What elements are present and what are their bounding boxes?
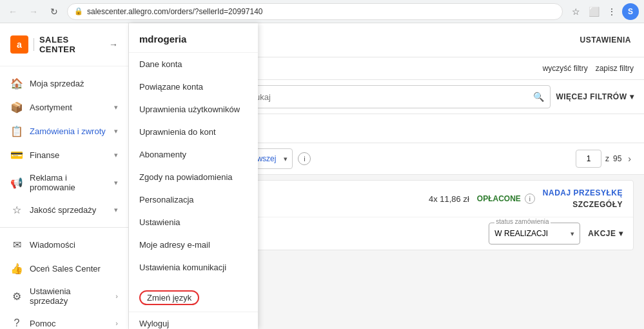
pagination: 1 z 95 › (576, 150, 634, 168)
order-status-select-wrapper: status zamówienia W REALIZACJI (489, 223, 580, 244)
sidebar-label-pomoc: Pomoc (30, 319, 109, 328)
dropdown-item-zgody[interactable]: Zgody na powiadomienia (129, 166, 258, 188)
dropdown-item-uprawnienia-do-kont[interactable]: Uprawnienia do kont (129, 121, 258, 143)
dropdown-item-ustawienia-komunikacji[interactable]: Ustawienia komunikacji (129, 256, 258, 279)
settings-button[interactable]: USTAWIENIA (580, 35, 631, 45)
order-status-select[interactable]: W REALIZACJI (489, 224, 580, 243)
sidebar-label-jakosc: Jakość sprzedaży (30, 205, 108, 215)
dropdown-item-powiazane-konta[interactable]: Powiązane konta (129, 75, 258, 98)
user-dropdown: mdrogeria Dane konta Powiązane konta Upr… (129, 23, 258, 329)
app-container: a SALES CENTER → 🏠 Moja sprzedaż 📦 Asort… (0, 23, 644, 329)
chevron-down-icon-5: ▾ (114, 206, 118, 214)
dropdown-item-dane-konta[interactable]: Dane konta (129, 53, 258, 75)
sidebar-bottom: ✉ Wiadomości 👍 Oceń Sales Center ⚙ Ustaw… (0, 227, 128, 329)
save-filters-link[interactable]: zapisz filtry (596, 64, 634, 73)
sidebar-label-ustawienia-sprzedazy: Ustawienia sprzedaży (30, 286, 109, 306)
ship-button[interactable]: NADAJ PRZESYŁKĘ (543, 188, 623, 197)
sidebar-item-asortyment[interactable]: 📦 Asortyment ▾ (0, 95, 128, 119)
sidebar-expand-icon[interactable]: → (109, 39, 118, 50)
message-icon: ✉ (10, 239, 23, 251)
dropdown-item-personalizacja[interactable]: Personalizacja (129, 188, 258, 211)
lock-icon: 🔒 (74, 7, 83, 15)
browser-actions: ☆ ⬜ ⋮ S (568, 3, 639, 20)
sidebar-item-ocen[interactable]: 👍 Oceń Sales Center (0, 257, 128, 281)
product-qty: 4x 11,86 zł (429, 194, 469, 204)
logout-item[interactable]: Wyloguj (129, 312, 258, 329)
sidebar-item-finanse[interactable]: 💳 Finanse ▾ (0, 143, 128, 167)
dropdown-item-abonamenty[interactable]: Abonamenty (129, 143, 258, 166)
sidebar-title: SALES CENTER (39, 35, 104, 54)
search-input[interactable] (240, 85, 551, 108)
status-field-label: status zamówienia (494, 218, 550, 225)
forward-button[interactable]: → (26, 4, 41, 19)
details-button[interactable]: SZCZEGÓŁY (572, 200, 623, 209)
chevron-down-icon: ▾ (114, 103, 118, 112)
sidebar-item-moja-sprzedaz[interactable]: 🏠 Moja sprzedaż (0, 72, 128, 95)
bookmark-button[interactable]: ☆ (568, 4, 583, 19)
refresh-button[interactable]: ↻ (46, 4, 62, 19)
sort-info-icon[interactable]: i (298, 152, 311, 165)
change-lang-item[interactable]: Zmień język (129, 284, 258, 312)
dropdown-item-uprawnienia-uzytkownikow[interactable]: Uprawnienia użytkowników (129, 98, 258, 121)
order-actions: NADAJ PRZESYŁKĘ SZCZEGÓŁY (543, 188, 623, 209)
page-total: 95 (613, 154, 621, 163)
chevron-down-filters-icon: ▾ (630, 92, 634, 101)
actions-label: AKCJE (588, 229, 616, 238)
chevron-down-actions-icon: ▾ (619, 229, 623, 238)
page-separator: z (605, 154, 609, 163)
package-icon: 📦 (10, 101, 23, 114)
thumbs-up-icon: 👍 (10, 263, 23, 275)
sidebar-label-asortyment: Asortyment (30, 103, 108, 112)
menu-button[interactable]: ⋮ (604, 4, 620, 19)
more-filters-label: WIĘCEJ FILTRÓW (556, 92, 627, 101)
url-bar[interactable]: 🔒 salescenter.allegro.com/orders/?seller… (67, 3, 563, 20)
allegro-logo-letter: a (17, 39, 22, 50)
star-icon: ☆ (10, 204, 23, 216)
page-input[interactable]: 1 (576, 150, 601, 168)
sidebar-label-moja-sprzedaz: Moja sprzedaż (30, 79, 118, 88)
dropdown-header: mdrogeria (129, 23, 258, 53)
sidebar-item-wiadomosci[interactable]: ✉ Wiadomości (0, 233, 128, 257)
sidebar-nav: 🏠 Moja sprzedaż 📦 Asortyment ▾ 📋 Zamówie… (0, 66, 128, 227)
help-icon: ? (10, 317, 23, 329)
sidebar-label-finanse: Finanse (30, 150, 108, 160)
ads-icon: 📢 (10, 177, 23, 189)
extensions-button[interactable]: ⬜ (586, 4, 601, 19)
settings-icon: ⚙ (10, 290, 23, 303)
back-button[interactable]: ← (5, 4, 21, 19)
sidebar-label-ocen: Oceń Sales Center (30, 264, 118, 274)
sidebar-label-reklama: Reklama i promowanie (30, 173, 108, 192)
search-input-wrapper: 🔍 (240, 85, 551, 108)
finance-icon: 💳 (10, 149, 23, 161)
sidebar-label-zamowienia: Zamówienia i zwroty (30, 126, 108, 136)
home-icon: 🏠 (10, 77, 23, 90)
actions-button[interactable]: AKCJE ▾ (588, 229, 623, 238)
dropdown-item-moje-adresy[interactable]: Moje adresy e-mail (129, 234, 258, 256)
sidebar: a SALES CENTER → 🏠 Moja sprzedaż 📦 Asort… (0, 23, 129, 329)
status-info-icon[interactable]: i (525, 194, 535, 204)
sidebar-item-reklama[interactable]: 📢 Reklama i promowanie ▾ (0, 167, 128, 198)
profile-button[interactable]: S (622, 3, 639, 20)
dropdown-item-ustawienia[interactable]: Ustawienia (129, 211, 258, 234)
change-lang-button[interactable]: Zmień język (139, 290, 199, 305)
sidebar-item-jakosc[interactable]: ☆ Jakość sprzedaży ▾ (0, 198, 128, 222)
status-paid-label: OPŁACONE (477, 194, 521, 203)
more-filters-button[interactable]: WIĘCEJ FILTRÓW ▾ (556, 92, 634, 101)
chevron-down-icon-2: ▾ (114, 127, 118, 135)
next-page-button[interactable]: › (625, 152, 634, 165)
sidebar-item-zamowienia[interactable]: 📋 Zamówienia i zwroty ▾ (0, 119, 128, 143)
sidebar-logo: a SALES CENTER → (0, 23, 128, 66)
chevron-down-icon-4: ▾ (114, 179, 118, 187)
chevron-right-icon: › (115, 292, 118, 300)
sidebar-item-ustawienia-sprzedazy[interactable]: ⚙ Ustawienia sprzedaży › (0, 281, 128, 312)
url-text: salescenter.allegro.com/orders/?sellerId… (87, 7, 263, 16)
chevron-down-icon-3: ▾ (114, 151, 118, 159)
chevron-right-icon-2: › (115, 319, 118, 327)
sidebar-item-pomoc[interactable]: ? Pomoc › (0, 312, 128, 329)
allegro-logo: a (10, 35, 28, 54)
search-icon[interactable]: 🔍 (533, 92, 544, 102)
clear-filters-link[interactable]: wyczyść filtry (543, 64, 588, 73)
sidebar-label-wiadomosci: Wiadomości (30, 240, 118, 250)
browser-chrome: ← → ↻ 🔒 salescenter.allegro.com/orders/?… (0, 0, 644, 23)
sidebar-separator (34, 38, 34, 51)
